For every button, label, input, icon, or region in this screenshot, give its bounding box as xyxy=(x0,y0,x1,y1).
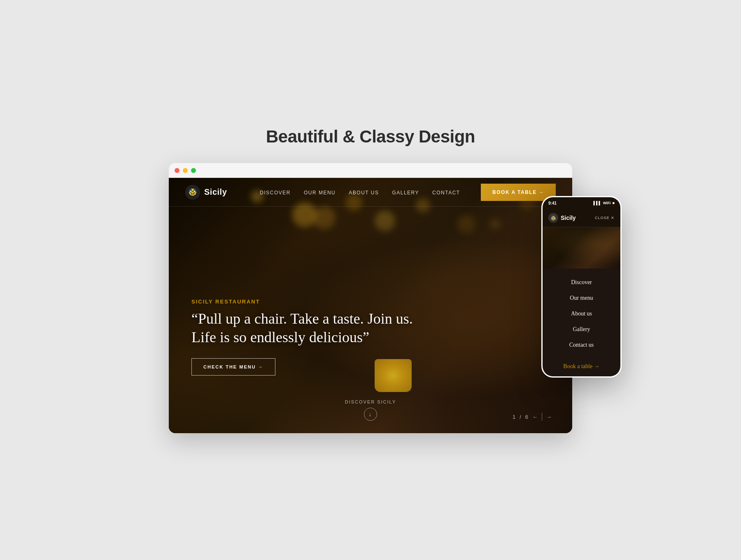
mobile-close-label[interactable]: CLOSE ✕ xyxy=(595,216,615,220)
nav-logo-text: Sicily xyxy=(204,187,227,197)
discover-arrow-icon[interactable]: ↓ xyxy=(364,408,377,421)
nav-item-gallery[interactable]: GALLERY xyxy=(392,189,419,196)
mobile-menu-item-about-us[interactable]: About us xyxy=(543,306,620,321)
nav-item-discover[interactable]: DISCOVER xyxy=(260,189,291,196)
desktop-mockup: 🥸 Sicily DISCOVER OUR MENU ABOUT US GALL… xyxy=(169,163,572,433)
restaurant-label: SICILY RESTAURANT xyxy=(191,299,438,305)
mobile-book-table-section: Book a table → xyxy=(543,358,620,376)
mobile-menu-item-gallery[interactable]: Gallery xyxy=(543,321,620,337)
mobile-statusbar: 9:41 ▌▌▌ WiFi ■ xyxy=(543,197,620,209)
mobile-status-icons: ▌▌▌ WiFi ■ xyxy=(594,201,615,205)
logo-icon: 🥸 xyxy=(185,185,200,200)
signal-icon: ▌▌▌ xyxy=(594,201,601,205)
page-title: Beautiful & Classy Design xyxy=(266,127,475,147)
book-table-button[interactable]: BOOK A TABLE → xyxy=(481,184,556,201)
mobile-logo-icon: 🥸 xyxy=(548,213,558,223)
desktop-titlebar xyxy=(169,163,572,178)
mobile-logo: 🥸 Sicily xyxy=(548,213,576,223)
discover-label: DISCOVER SICILY xyxy=(345,399,396,404)
dot-red xyxy=(175,168,179,173)
mobile-nav-header: 🥸 Sicily CLOSE ✕ xyxy=(543,209,620,227)
mobile-book-table-link[interactable]: Book a table → xyxy=(563,363,599,370)
website-preview: 🥸 Sicily DISCOVER OUR MENU ABOUT US GALL… xyxy=(169,178,572,433)
nav-link-discover[interactable]: DISCOVER xyxy=(260,190,291,196)
nav-link-gallery[interactable]: GALLERY xyxy=(392,190,419,196)
discover-sicily: DISCOVER SICILY ↓ xyxy=(345,399,396,421)
mobile-link-discover[interactable]: Discover xyxy=(571,279,592,285)
nav-link-about-us[interactable]: ABOUT US xyxy=(349,190,379,196)
wifi-icon: WiFi xyxy=(603,201,611,205)
battery-icon: ■ xyxy=(613,201,615,205)
hero-quote: “Pull up a chair. Take a taste. Join us.… xyxy=(191,310,438,347)
mobile-time: 9:41 xyxy=(548,201,557,205)
mobile-link-our-menu[interactable]: Our menu xyxy=(570,295,593,301)
nav-link-our-menu[interactable]: OUR MENU xyxy=(304,190,336,196)
mobile-mockup: 9:41 ▌▌▌ WiFi ■ 🥸 Sicily CLOSE ✕ Discov xyxy=(541,196,622,378)
mobile-link-gallery[interactable]: Gallery xyxy=(573,326,590,332)
nav-item-our-menu[interactable]: OUR MENU xyxy=(304,189,336,196)
hero-bottom: DISCOVER SICILY ↓ xyxy=(169,399,572,421)
desktop-navbar: 🥸 Sicily DISCOVER OUR MENU ABOUT US GALL… xyxy=(169,178,572,207)
mobile-menu-item-contact-us[interactable]: Contact us xyxy=(543,337,620,352)
mobile-menu-item-our-menu[interactable]: Our menu xyxy=(543,290,620,306)
nav-item-contact[interactable]: CONTACT xyxy=(432,189,460,196)
dot-green xyxy=(191,168,196,173)
dot-yellow xyxy=(183,168,188,173)
showcase-wrapper: 🥸 Sicily DISCOVER OUR MENU ABOUT US GALL… xyxy=(124,163,618,433)
mobile-link-contact-us[interactable]: Contact us xyxy=(569,342,594,348)
mobile-hero-area xyxy=(543,227,620,268)
nav-link-contact[interactable]: CONTACT xyxy=(432,190,460,196)
check-menu-button[interactable]: CHECK THE MENU → xyxy=(191,358,275,376)
mobile-menu-item-discover[interactable]: Discover xyxy=(543,274,620,290)
mobile-menu-list: Discover Our menu About us Gallery Conta… xyxy=(543,268,620,358)
hero-content: SICILY RESTAURANT “Pull up a chair. Take… xyxy=(191,299,438,376)
mobile-hero-overlay xyxy=(543,227,620,268)
mobile-logo-text: Sicily xyxy=(561,215,576,221)
mobile-link-about-us[interactable]: About us xyxy=(571,310,592,317)
nav-logo: 🥸 Sicily xyxy=(185,185,227,200)
nav-item-about-us[interactable]: ABOUT US xyxy=(349,189,379,196)
mobile-close-button[interactable]: CLOSE ✕ xyxy=(595,216,615,220)
nav-links: DISCOVER OUR MENU ABOUT US GALLERY CONTA… xyxy=(260,189,460,196)
